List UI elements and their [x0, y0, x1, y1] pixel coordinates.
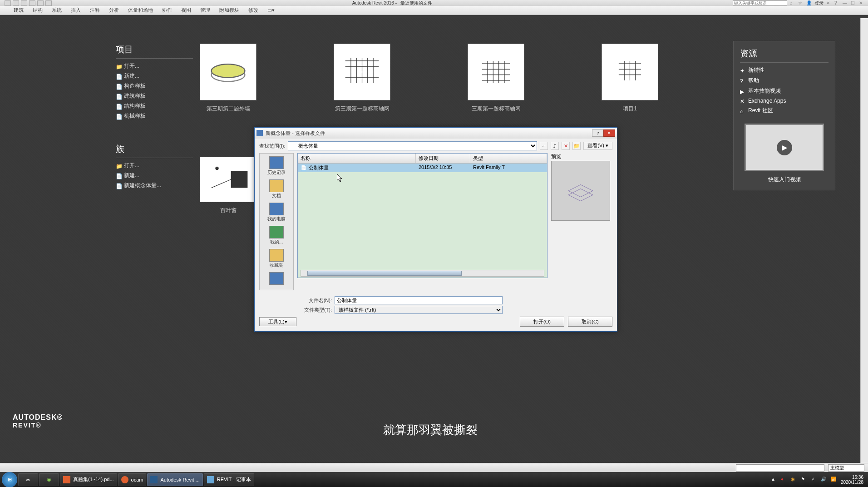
taskbar-pdf[interactable]: 真题集(1~14).pd... [60, 473, 117, 486]
tab-architecture[interactable]: 建筑 [14, 7, 24, 14]
taskbar-revit[interactable]: Autodesk Revit ... [147, 473, 202, 486]
vertical-scrollbar[interactable] [860, 18, 868, 463]
recent-project-1[interactable]: 第三期第二题外墙 [200, 44, 256, 113]
nav-back-icon[interactable]: ← [540, 142, 548, 150]
close-button[interactable]: ✕ [859, 0, 864, 6]
projects-architectural-template[interactable]: 📄建筑样板 [116, 92, 193, 100]
projects-structural-template[interactable]: 📄结构样板 [116, 102, 193, 110]
resource-exchange[interactable]: ✕Exchange Apps [740, 98, 829, 104]
svg-point-27 [215, 167, 218, 170]
maximize-button[interactable]: ☐ [851, 0, 856, 6]
nav-newfolder-icon[interactable]: 📁 [572, 142, 581, 150]
file-list[interactable]: 名称 修改日期 类型 📄公制体量 2015/3/2 18:35 Revit Fa… [297, 153, 547, 278]
star-icon[interactable]: ☆ [798, 0, 804, 6]
tray-signal-icon[interactable]: 📶 [831, 477, 837, 483]
taskbar-app-1[interactable]: ∞ [18, 473, 38, 486]
tray-network-icon[interactable]: ⫽ [811, 477, 817, 483]
place-documents[interactable]: 文档 [260, 179, 293, 202]
resource-whats-new[interactable]: ✦新特性 [740, 66, 829, 74]
tab-addins[interactable]: 附加模块 [219, 7, 239, 14]
col-date: 修改日期 [416, 154, 470, 163]
families-new-conceptual-mass[interactable]: 📄新建概念体量... [116, 182, 193, 189]
exchange-icon[interactable]: ✕ [826, 0, 832, 6]
tab-analyze[interactable]: 分析 [109, 7, 119, 14]
dialog-titlebar[interactable]: 新概念体量 - 选择样板文件 ? ✕ [255, 128, 617, 139]
qat-undo-icon[interactable] [29, 0, 35, 6]
projects-construction-template[interactable]: 📄构造样板 [116, 82, 193, 90]
recent-project-4[interactable]: 项目1 [602, 44, 658, 113]
filename-input[interactable] [335, 296, 503, 304]
nav-delete-icon[interactable]: ✕ [562, 142, 570, 150]
tab-collaborate[interactable]: 协作 [162, 7, 172, 14]
families-title: 族 [116, 143, 193, 158]
taskbar: ⊞ ∞ ◉ 真题集(1~14).pd... ocam Autodesk Revi… [0, 472, 868, 487]
qat-redo-icon[interactable] [37, 0, 44, 6]
svg-line-26 [212, 179, 231, 188]
status-combo-1[interactable] [736, 464, 824, 472]
tab-massing[interactable]: 体量和场地 [128, 7, 153, 14]
recent-project-3[interactable]: 三期第一题标高轴网 [468, 44, 524, 113]
tray-icon-1[interactable]: ▲ [771, 477, 777, 483]
file-list-header[interactable]: 名称 修改日期 类型 [298, 154, 547, 164]
ribbon-expand-icon[interactable]: ▭▾ [267, 7, 275, 13]
tab-insert[interactable]: 插入 [71, 7, 81, 14]
lookin-select[interactable]: 概念体量 [288, 141, 537, 150]
nav-up-icon[interactable]: ⤴ [551, 142, 559, 150]
file-row[interactable]: 📄公制体量 2015/3/2 18:35 Revit Family T [298, 164, 547, 172]
status-main-model[interactable]: 主模型 [828, 464, 864, 472]
cancel-button[interactable]: 取消(C) [568, 317, 612, 327]
tab-systems[interactable]: 系统 [52, 7, 62, 14]
tray-volume-icon[interactable]: 🔊 [821, 477, 827, 483]
open-button[interactable]: 打开(O) [520, 317, 564, 327]
tab-manage[interactable]: 管理 [200, 7, 210, 14]
view-button[interactable]: 查看(V) ▾ [583, 142, 612, 150]
resource-videos[interactable]: ▶基本技能视频 [740, 87, 829, 95]
app-menu-button[interactable] [5, 0, 11, 6]
place-desktop[interactable] [260, 271, 293, 288]
families-open[interactable]: 📁打开... [116, 162, 193, 169]
resource-community[interactable]: ⌂Revit 社区 [740, 107, 829, 114]
resource-help[interactable]: ?帮助 [740, 77, 829, 84]
tray-icon-4[interactable]: ⚑ [801, 477, 807, 483]
place-mycomputer[interactable]: 我的电脑 [260, 202, 293, 225]
filetype-select[interactable]: 族样板文件 (*.rft) [335, 306, 503, 314]
place-network[interactable]: 我的... [260, 225, 293, 248]
dialog-help-button[interactable]: ? [592, 129, 604, 137]
qat-open-icon[interactable] [13, 0, 19, 6]
help-icon[interactable]: ? [834, 0, 840, 6]
recent-project-2[interactable]: 第三期第一题标高轴网 [334, 44, 390, 113]
projects-new[interactable]: 📄新建... [116, 72, 193, 80]
projects-open[interactable]: 📁打开... [116, 62, 193, 70]
tab-modify[interactable]: 修改 [248, 7, 258, 14]
tab-annotate[interactable]: 注释 [90, 7, 100, 14]
recent-family-1[interactable]: 百叶窗 [200, 157, 256, 214]
projects-title: 项目 [116, 44, 193, 59]
taskbar-app-2[interactable]: ◉ [39, 473, 59, 486]
tab-view[interactable]: 视图 [181, 7, 191, 14]
login-icon[interactable]: 👤 [806, 0, 812, 6]
search-input[interactable] [733, 0, 787, 5]
tab-structure[interactable]: 结构 [33, 7, 43, 14]
tools-button[interactable]: 工具(L) ▾ [259, 317, 296, 326]
system-tray[interactable]: ▲ ● ◉ ⚑ ⫽ 🔊 📶 15:36 2020/11/28 [771, 475, 866, 485]
start-button[interactable]: ⊞ [2, 472, 17, 487]
clock[interactable]: 15:36 2020/11/28 [841, 475, 863, 485]
taskbar-notepad[interactable]: REVIT - 记事本 [204, 473, 254, 486]
tray-icon-3[interactable]: ◉ [791, 477, 797, 483]
infocenter-icon[interactable]: ⌂ [790, 0, 795, 6]
file-list-hscroll[interactable] [301, 270, 544, 277]
projects-mechanical-template[interactable]: 📄机械样板 [116, 112, 193, 120]
window-title: Autodesk Revit 2016 - 最近使用的文件 [52, 0, 733, 6]
tray-icon-2[interactable]: ● [781, 477, 787, 483]
qat-save-icon[interactable] [21, 0, 27, 6]
taskbar-ocam[interactable]: ocam [118, 473, 147, 486]
place-history[interactable]: 历史记录 [260, 155, 293, 179]
login-label[interactable]: 登录 [814, 0, 824, 6]
families-new[interactable]: 📄新建... [116, 172, 193, 179]
dialog-close-button[interactable]: ✕ [603, 129, 615, 137]
place-favorites[interactable]: 收藏夹 [260, 248, 293, 271]
preview-image [551, 161, 610, 221]
intro-video[interactable]: ▶ 快速入门视频 [740, 124, 829, 184]
minimize-button[interactable]: — [843, 0, 848, 6]
qat-print-icon[interactable] [45, 0, 52, 6]
